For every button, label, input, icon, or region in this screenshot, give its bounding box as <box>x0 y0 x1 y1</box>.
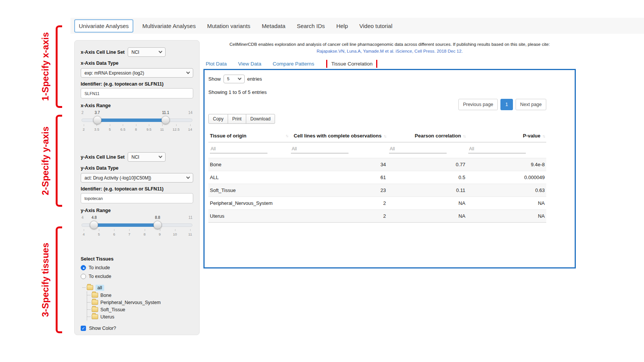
download-button[interactable]: Download <box>246 114 275 124</box>
tab-tissue-correlation[interactable]: Tissue Correlation <box>327 59 376 69</box>
citation-link[interactable]: Rajapakse.VN, Luna.A, Yamade.M et al. iS… <box>317 48 463 55</box>
nav-tab-metadata[interactable]: Metadata <box>262 23 286 29</box>
y-range-slider[interactable]: 4 11 4.8 8.8 4 5 6 7 8 9 10 11 <box>81 215 192 241</box>
sort-icon[interactable]: ↑↓ <box>542 134 545 138</box>
y-range-handle-high[interactable] <box>153 221 162 229</box>
tree-connector <box>87 317 91 317</box>
cell-p-value: NA <box>467 197 546 209</box>
x-data-type-value: exp: mRNA Expression (log2) <box>84 70 144 76</box>
table-row-soft-tissue[interactable]: Soft_Tissue 23 0.11 0.63 <box>208 184 546 197</box>
table-row-peripheral-nervous-system[interactable]: Peripheral_Nervous_System 2 NA NA <box>208 197 546 209</box>
cell-p-value: 0.63 <box>467 184 546 197</box>
sort-icon[interactable]: ↑↓ <box>286 133 288 138</box>
x-range-to-value: 11.1 <box>161 111 170 115</box>
next-page-button[interactable]: Next page <box>516 99 546 110</box>
pagination: Previous page 1 Next page <box>208 99 546 110</box>
filter-cell-lines-input[interactable] <box>291 145 349 153</box>
nav-tab-univariate-analyses[interactable]: Univariate Analyses <box>74 19 133 33</box>
column-header-p-value[interactable]: P-value↑↓ <box>467 130 546 142</box>
tree-node-soft-tissue[interactable]: Soft_Tissue <box>87 306 193 313</box>
previous-page-button[interactable]: Previous page <box>458 99 498 110</box>
filter-pearson-input[interactable] <box>389 145 447 153</box>
y-range-max: 11 <box>189 215 192 220</box>
x-range-slider[interactable]: 2 14 3.7 11.1 2 3.5 5 6.5 8 9.5 11 12.5 … <box>81 111 192 136</box>
table-filter-row <box>208 142 546 158</box>
cell-tissue: ALL <box>208 171 289 184</box>
y-cell-line-set-value: NCI <box>131 154 139 160</box>
x-range-handle-high[interactable] <box>161 116 170 124</box>
sort-icon[interactable]: ↑↓ <box>383 134 386 138</box>
x-data-type-select[interactable]: exp: mRNA Expression (log2) <box>81 68 193 78</box>
y-cell-line-set-label: y-Axis Cell Line Set <box>81 154 125 160</box>
annotation-step1-text: 1-Specify x-axis <box>40 32 51 101</box>
cell-p-value: NA <box>467 209 546 222</box>
tab-view-data[interactable]: View Data <box>238 61 261 67</box>
x-identifier-input[interactable] <box>81 88 193 98</box>
filter-pvalue-input[interactable] <box>468 145 526 153</box>
export-buttons: Copy Print Download <box>208 114 571 124</box>
sort-icon[interactable]: ↑↓ <box>463 134 466 138</box>
tab-compare-patterns[interactable]: Compare Patterns <box>273 61 314 67</box>
x-cell-line-set-label: x-Axis Cell Line Set <box>81 50 125 55</box>
column-header-cell-lines[interactable]: Cell lines with complete observations↑↓ <box>289 130 388 142</box>
nav-tab-help[interactable]: Help <box>336 23 348 29</box>
y-identifier-input[interactable] <box>81 193 193 203</box>
tick-label: 9.5 <box>147 127 152 131</box>
tick-label: 5 <box>97 232 101 236</box>
y-data-type-value: act: Drug Activity (-log10[IC50M]) <box>84 175 151 181</box>
nav-tab-search-ids[interactable]: Search IDs <box>297 23 325 29</box>
nav-tab-video-tutorial[interactable]: Video tutorial <box>359 23 392 29</box>
tree-connector <box>87 302 91 303</box>
chevron-down-icon <box>159 50 163 53</box>
x-cell-line-set-select[interactable]: NCI <box>128 47 166 57</box>
tree-node-peripheral-nervous-system-label: Peripheral_Nervous_System <box>100 300 161 305</box>
cell-cell-lines: 61 <box>289 171 388 184</box>
copy-button[interactable]: Copy <box>208 114 228 124</box>
tree-node-peripheral-nervous-system[interactable]: Peripheral_Nervous_System <box>87 299 193 306</box>
include-radio-label: To include <box>89 265 110 270</box>
citation: CellMinerCDB enables exploration and ana… <box>203 41 576 55</box>
annotation-step2-text: 2-Specify y-axis <box>40 126 51 195</box>
show-color-checkbox[interactable]: ✓ <box>81 326 86 331</box>
table-row-bone[interactable]: Bone 34 0.77 9.4e-8 <box>208 158 546 171</box>
tree-node-all[interactable]: all <box>82 284 193 292</box>
table-row-uterus[interactable]: Uterus 2 NA NA <box>208 209 546 222</box>
exclude-radio[interactable] <box>81 274 86 279</box>
filter-tissue-input[interactable] <box>210 145 267 153</box>
tick-label: 3.5 <box>94 127 99 131</box>
y-data-type-select[interactable]: act: Drug Activity (-log10[IC50M]) <box>81 173 193 183</box>
include-radio[interactable] <box>81 265 86 270</box>
table-row-all[interactable]: ALL 61 0.5 0.000049 <box>208 171 546 184</box>
cell-tissue: Peripheral_Nervous_System <box>208 197 289 209</box>
tree-node-bone[interactable]: Bone <box>87 292 193 299</box>
y-identifier-label: Identifier: (e.g. topotecan or SLFN11) <box>81 186 193 192</box>
y-slider-ticks: 4 5 6 7 8 9 10 11 <box>81 232 192 236</box>
citation-text: CellMinerCDB enables exploration and ana… <box>203 41 576 48</box>
tree-node-uterus[interactable]: Uterus <box>87 313 193 320</box>
y-range-handle-low[interactable] <box>90 221 98 229</box>
tree-connector <box>87 309 91 310</box>
tick-label: 4 <box>81 232 86 236</box>
page-length-select[interactable]: 5 <box>224 75 245 83</box>
tick-label: 5 <box>108 127 112 131</box>
cell-pearson: NA <box>388 197 467 209</box>
print-button[interactable]: Print <box>228 114 246 124</box>
tick-label: 2 <box>81 127 86 131</box>
x-slider-fill <box>97 119 166 122</box>
page-1-button[interactable]: 1 <box>500 99 513 110</box>
y-data-type-label: y-Axis Data Type <box>81 165 193 171</box>
x-data-type-label: x-Axis Data Type <box>81 61 193 66</box>
cell-tissue: Bone <box>208 158 289 171</box>
tree-node-soft-tissue-label: Soft_Tissue <box>100 307 125 312</box>
check-icon: ✓ <box>81 326 85 331</box>
y-cell-line-set-select[interactable]: NCI <box>128 152 166 162</box>
tab-plot-data[interactable]: Plot Data <box>206 61 227 67</box>
column-header-tissue-of-origin[interactable]: Tissue of origin ↑↓ <box>208 130 289 142</box>
nav-tab-multivariate-analyses[interactable]: Multivariate Analyses <box>142 23 196 29</box>
cell-pearson: 0.77 <box>388 158 467 171</box>
nav-tab-mutation-variants[interactable]: Mutation variants <box>207 23 250 29</box>
tree-node-uterus-label: Uterus <box>100 314 114 320</box>
column-header-pearson-correlation[interactable]: Pearson correlation↑↓ <box>388 130 467 142</box>
cell-tissue: Soft_Tissue <box>208 184 289 197</box>
x-range-handle-low[interactable] <box>93 116 102 124</box>
